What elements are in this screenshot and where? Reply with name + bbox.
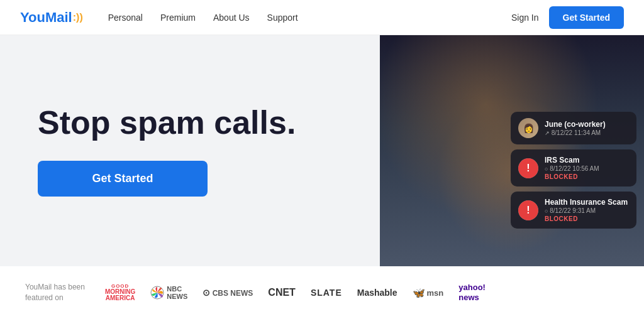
- june-avatar-icon: 👩: [518, 118, 538, 138]
- health-avatar: !: [518, 200, 538, 220]
- irs-time: ○ 8/12/22 10:56 AM: [545, 165, 629, 172]
- health-content: Health Insurance Scam ○ 8/12/22 9:31 AM …: [545, 198, 629, 222]
- hero-background-image: 👩 June (co-worker) ↗ 8/12/22 11:34 AM !: [380, 35, 644, 266]
- june-time-icon: ↗: [545, 130, 550, 136]
- main-nav: Personal Premium About Us Support: [108, 13, 511, 23]
- nav-item-about-us[interactable]: About Us: [213, 13, 250, 23]
- logo-mail: Mail: [45, 9, 72, 26]
- notification-health: ! Health Insurance Scam ○ 8/12/22 9:31 A…: [511, 192, 636, 229]
- nbc-logo: NBCNEWS: [150, 285, 187, 300]
- cbs-logo: ⊙ CBS NEWS: [203, 288, 253, 298]
- msn-text: msn: [427, 288, 444, 298]
- mashable-logo: Mashable: [357, 288, 397, 298]
- notification-irs: ! IRS Scam ○ 8/12/22 10:56 AM BLOCKED: [511, 149, 636, 187]
- msn-logo: 🦋 msn: [413, 287, 444, 299]
- health-warning-icon: !: [518, 200, 538, 220]
- irs-blocked-label: BLOCKED: [545, 173, 629, 180]
- get-started-button-header[interactable]: Get Started: [549, 6, 624, 29]
- hero-section: Stop spam calls. Get Started 👩 June (co-…: [0, 35, 644, 266]
- logo[interactable]: YouMail:)): [20, 9, 83, 26]
- gma-america-text: America: [106, 295, 135, 301]
- health-time-icon: ○: [545, 208, 548, 214]
- get-started-button-hero[interactable]: Get Started: [38, 161, 208, 197]
- irs-warning-icon: !: [518, 158, 538, 178]
- featured-intro: YouMail has been featured on: [25, 282, 85, 303]
- sign-in-link[interactable]: Sign In: [511, 13, 539, 23]
- hero-title: Stop spam calls.: [38, 105, 342, 141]
- irs-avatar: !: [518, 158, 538, 178]
- gma-logo: Good Morning America: [105, 284, 135, 301]
- nbc-peacock-icon: [150, 286, 164, 300]
- slate-logo: SLATE: [311, 288, 342, 298]
- cbs-text: CBS NEWS: [213, 289, 253, 298]
- june-content: June (co-worker) ↗ 8/12/22 11:34 AM: [545, 120, 629, 136]
- health-time: ○ 8/12/22 9:31 AM: [545, 207, 629, 214]
- nav-item-personal[interactable]: Personal: [108, 13, 143, 23]
- msn-butterfly-icon: 🦋: [413, 287, 425, 299]
- notification-june: 👩 June (co-worker) ↗ 8/12/22 11:34 AM: [511, 112, 636, 144]
- health-name: Health Insurance Scam: [545, 198, 629, 207]
- header: YouMail:)) Personal Premium About Us Sup…: [0, 0, 644, 35]
- health-blocked-label: BLOCKED: [545, 215, 629, 222]
- logo-waves-icon: :)): [73, 12, 83, 23]
- cnet-logo: CNET: [268, 287, 296, 298]
- irs-content: IRS Scam ○ 8/12/22 10:56 AM BLOCKED: [545, 156, 629, 180]
- june-avatar: 👩: [518, 118, 538, 138]
- nav-item-support[interactable]: Support: [267, 13, 298, 23]
- irs-time-icon: ○: [545, 166, 548, 172]
- nbc-text: NBCNEWS: [167, 285, 187, 300]
- cbs-icon: ⊙: [203, 288, 210, 298]
- call-notifications: 👩 June (co-worker) ↗ 8/12/22 11:34 AM !: [511, 112, 636, 229]
- nav-item-premium[interactable]: Premium: [160, 13, 196, 23]
- media-logos: Good Morning America NBCNEWS ⊙ CBS NEWS: [105, 283, 619, 302]
- hero-image-area: 👩 June (co-worker) ↗ 8/12/22 11:34 AM !: [380, 35, 644, 266]
- logo-you: You: [20, 9, 45, 26]
- june-time: ↗ 8/12/22 11:34 AM: [545, 129, 629, 136]
- hero-left: Stop spam calls. Get Started: [0, 35, 380, 266]
- header-actions: Sign In Get Started: [511, 6, 624, 29]
- irs-name: IRS Scam: [545, 156, 629, 165]
- yahoo-logo: yahoo! news: [458, 283, 486, 302]
- featured-section: YouMail has been featured on Good Mornin…: [0, 266, 644, 319]
- june-name: June (co-worker): [545, 120, 629, 129]
